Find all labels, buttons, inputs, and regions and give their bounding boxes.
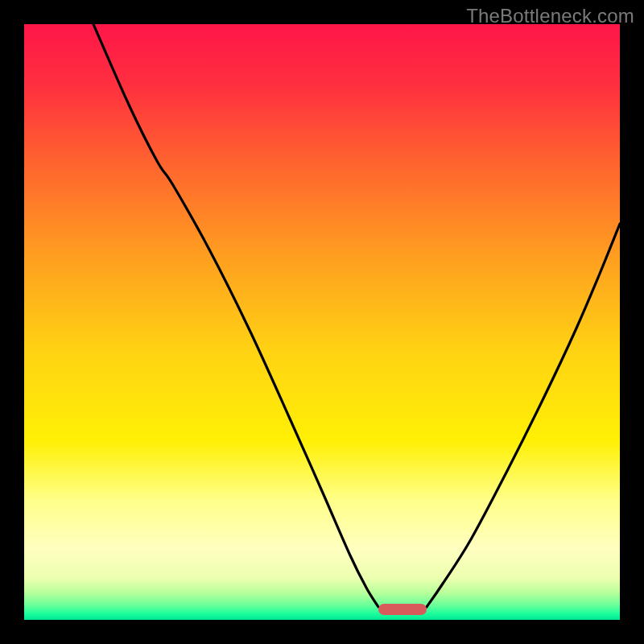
optimal-range-marker — [378, 604, 427, 615]
chart-frame: TheBottleneck.com — [0, 0, 644, 644]
plot-area — [24, 24, 620, 620]
watermark-text: TheBottleneck.com — [466, 5, 634, 27]
bottleneck-curve — [24, 24, 620, 620]
